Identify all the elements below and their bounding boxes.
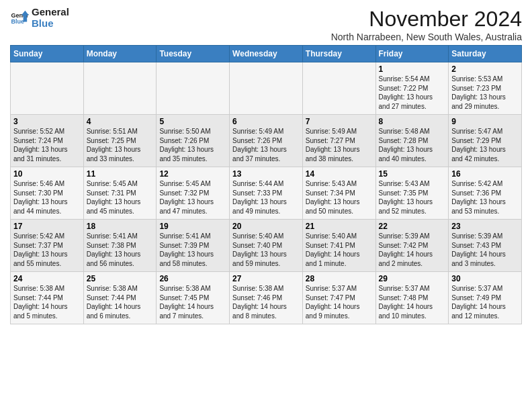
day-cell-12: 12Sunrise: 5:45 AM Sunset: 7:32 PM Dayli… xyxy=(157,167,230,220)
day-info: Sunrise: 5:46 AM Sunset: 7:30 PM Dayligh… xyxy=(13,180,68,215)
day-info: Sunrise: 5:52 AM Sunset: 7:24 PM Dayligh… xyxy=(13,128,68,163)
weekday-header-monday: Monday xyxy=(83,46,157,62)
day-info: Sunrise: 5:45 AM Sunset: 7:32 PM Dayligh… xyxy=(159,180,214,215)
day-info: Sunrise: 5:38 AM Sunset: 7:45 PM Dayligh… xyxy=(159,285,214,320)
day-cell-10: 10Sunrise: 5:46 AM Sunset: 7:30 PM Dayli… xyxy=(11,167,84,220)
logo: General Blue General Blue xyxy=(10,7,69,29)
day-info: Sunrise: 5:37 AM Sunset: 7:48 PM Dayligh… xyxy=(379,285,433,320)
day-cell-7: 7Sunrise: 5:49 AM Sunset: 7:27 PM Daylig… xyxy=(302,115,375,167)
week-row-4: 17Sunrise: 5:42 AM Sunset: 7:37 PM Dayli… xyxy=(11,220,522,272)
day-cell-22: 22Sunrise: 5:39 AM Sunset: 7:42 PM Dayli… xyxy=(375,220,449,272)
day-cell-23: 23Sunrise: 5:39 AM Sunset: 7:43 PM Dayli… xyxy=(449,220,522,272)
day-cell-9: 9Sunrise: 5:47 AM Sunset: 7:29 PM Daylig… xyxy=(449,115,522,167)
day-cell-8: 8Sunrise: 5:48 AM Sunset: 7:28 PM Daylig… xyxy=(375,115,449,167)
week-row-1: 1Sunrise: 5:54 AM Sunset: 7:22 PM Daylig… xyxy=(11,62,522,115)
day-info: Sunrise: 5:43 AM Sunset: 7:35 PM Dayligh… xyxy=(379,180,433,215)
day-info: Sunrise: 5:42 AM Sunset: 7:37 PM Dayligh… xyxy=(13,232,68,267)
week-row-3: 10Sunrise: 5:46 AM Sunset: 7:30 PM Dayli… xyxy=(11,167,522,220)
day-cell-14: 14Sunrise: 5:43 AM Sunset: 7:34 PM Dayli… xyxy=(302,167,375,220)
weekday-header-sunday: Sunday xyxy=(11,46,84,62)
day-number: 27 xyxy=(232,274,300,283)
day-number: 9 xyxy=(451,117,519,126)
day-number: 14 xyxy=(306,169,373,179)
day-number: 11 xyxy=(87,169,154,179)
empty-cell xyxy=(302,62,375,115)
logo-general: General xyxy=(32,7,69,18)
day-info: Sunrise: 5:49 AM Sunset: 7:26 PM Dayligh… xyxy=(232,128,287,163)
day-number: 15 xyxy=(379,169,446,179)
day-number: 12 xyxy=(159,169,226,179)
day-info: Sunrise: 5:48 AM Sunset: 7:28 PM Dayligh… xyxy=(379,128,433,163)
day-info: Sunrise: 5:43 AM Sunset: 7:34 PM Dayligh… xyxy=(306,180,360,215)
day-info: Sunrise: 5:41 AM Sunset: 7:39 PM Dayligh… xyxy=(159,232,214,267)
day-info: Sunrise: 5:50 AM Sunset: 7:26 PM Dayligh… xyxy=(159,128,214,163)
day-number: 18 xyxy=(87,222,154,231)
day-number: 1 xyxy=(379,64,446,74)
weekday-header-friday: Friday xyxy=(375,46,449,62)
day-number: 23 xyxy=(451,222,519,231)
day-cell-18: 18Sunrise: 5:41 AM Sunset: 7:38 PM Dayli… xyxy=(83,220,157,272)
day-number: 10 xyxy=(13,169,81,179)
empty-cell xyxy=(83,62,157,115)
weekday-header-row: SundayMondayTuesdayWednesdayThursdayFrid… xyxy=(11,46,522,62)
day-info: Sunrise: 5:54 AM Sunset: 7:22 PM Dayligh… xyxy=(379,75,433,110)
weekday-header-wednesday: Wednesday xyxy=(230,46,303,62)
day-cell-11: 11Sunrise: 5:45 AM Sunset: 7:31 PM Dayli… xyxy=(83,167,157,220)
day-number: 6 xyxy=(232,117,300,126)
day-info: Sunrise: 5:37 AM Sunset: 7:49 PM Dayligh… xyxy=(451,285,506,320)
day-info: Sunrise: 5:39 AM Sunset: 7:43 PM Dayligh… xyxy=(451,232,506,267)
day-number: 19 xyxy=(159,222,226,231)
svg-text:Blue: Blue xyxy=(11,18,24,25)
day-number: 3 xyxy=(13,117,81,126)
day-cell-3: 3Sunrise: 5:52 AM Sunset: 7:24 PM Daylig… xyxy=(11,115,84,167)
day-number: 26 xyxy=(159,274,226,283)
day-info: Sunrise: 5:37 AM Sunset: 7:47 PM Dayligh… xyxy=(306,285,360,320)
day-info: Sunrise: 5:51 AM Sunset: 7:25 PM Dayligh… xyxy=(87,128,141,163)
day-info: Sunrise: 5:38 AM Sunset: 7:44 PM Dayligh… xyxy=(87,285,141,320)
weekday-header-thursday: Thursday xyxy=(302,46,375,62)
day-cell-24: 24Sunrise: 5:38 AM Sunset: 7:44 PM Dayli… xyxy=(11,272,84,324)
day-cell-4: 4Sunrise: 5:51 AM Sunset: 7:25 PM Daylig… xyxy=(83,115,157,167)
day-cell-29: 29Sunrise: 5:37 AM Sunset: 7:48 PM Dayli… xyxy=(375,272,449,324)
month-title: November 2024 xyxy=(331,7,522,32)
weekday-header-tuesday: Tuesday xyxy=(157,46,230,62)
day-number: 13 xyxy=(232,169,300,179)
day-cell-17: 17Sunrise: 5:42 AM Sunset: 7:37 PM Dayli… xyxy=(11,220,84,272)
empty-cell xyxy=(11,62,84,115)
title-area: November 2024 North Narrabeen, New South… xyxy=(331,7,522,42)
day-info: Sunrise: 5:38 AM Sunset: 7:46 PM Dayligh… xyxy=(232,285,287,320)
calendar-table: SundayMondayTuesdayWednesdayThursdayFrid… xyxy=(10,45,522,324)
day-info: Sunrise: 5:42 AM Sunset: 7:36 PM Dayligh… xyxy=(451,180,506,215)
day-number: 22 xyxy=(379,222,446,231)
day-cell-15: 15Sunrise: 5:43 AM Sunset: 7:35 PM Dayli… xyxy=(375,167,449,220)
day-info: Sunrise: 5:45 AM Sunset: 7:31 PM Dayligh… xyxy=(87,180,141,215)
day-number: 8 xyxy=(379,117,446,126)
day-cell-21: 21Sunrise: 5:40 AM Sunset: 7:41 PM Dayli… xyxy=(302,220,375,272)
day-cell-30: 30Sunrise: 5:37 AM Sunset: 7:49 PM Dayli… xyxy=(449,272,522,324)
day-cell-27: 27Sunrise: 5:38 AM Sunset: 7:46 PM Dayli… xyxy=(230,272,303,324)
day-cell-2: 2Sunrise: 5:53 AM Sunset: 7:23 PM Daylig… xyxy=(449,62,522,115)
weekday-header-saturday: Saturday xyxy=(449,46,522,62)
day-number: 21 xyxy=(306,222,373,231)
empty-cell xyxy=(157,62,230,115)
day-info: Sunrise: 5:44 AM Sunset: 7:33 PM Dayligh… xyxy=(232,180,287,215)
day-number: 30 xyxy=(451,274,519,283)
logo-blue: Blue xyxy=(32,18,69,30)
day-number: 5 xyxy=(159,117,226,126)
day-number: 4 xyxy=(87,117,154,126)
day-number: 20 xyxy=(232,222,300,231)
day-cell-5: 5Sunrise: 5:50 AM Sunset: 7:26 PM Daylig… xyxy=(157,115,230,167)
day-cell-6: 6Sunrise: 5:49 AM Sunset: 7:26 PM Daylig… xyxy=(230,115,303,167)
page-header: General Blue General Blue November 2024 … xyxy=(10,7,522,42)
day-info: Sunrise: 5:47 AM Sunset: 7:29 PM Dayligh… xyxy=(451,128,506,163)
empty-cell xyxy=(230,62,303,115)
day-cell-25: 25Sunrise: 5:38 AM Sunset: 7:44 PM Dayli… xyxy=(83,272,157,324)
day-cell-20: 20Sunrise: 5:40 AM Sunset: 7:40 PM Dayli… xyxy=(230,220,303,272)
day-cell-1: 1Sunrise: 5:54 AM Sunset: 7:22 PM Daylig… xyxy=(375,62,449,115)
week-row-5: 24Sunrise: 5:38 AM Sunset: 7:44 PM Dayli… xyxy=(11,272,522,324)
day-cell-19: 19Sunrise: 5:41 AM Sunset: 7:39 PM Dayli… xyxy=(157,220,230,272)
day-info: Sunrise: 5:49 AM Sunset: 7:27 PM Dayligh… xyxy=(306,128,360,163)
day-number: 16 xyxy=(451,169,519,179)
day-info: Sunrise: 5:38 AM Sunset: 7:44 PM Dayligh… xyxy=(13,285,68,320)
day-cell-16: 16Sunrise: 5:42 AM Sunset: 7:36 PM Dayli… xyxy=(449,167,522,220)
